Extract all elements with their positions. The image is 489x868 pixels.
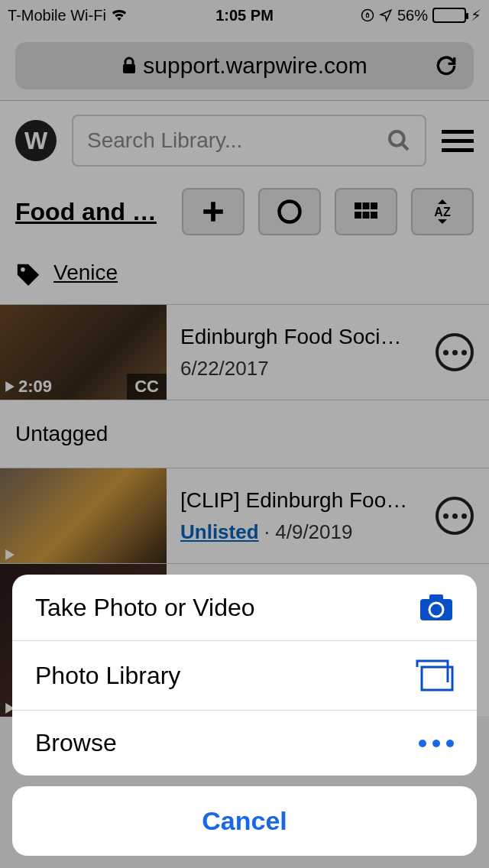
cancel-button[interactable]: Cancel xyxy=(12,786,477,856)
sheet-browse[interactable]: Browse xyxy=(12,711,477,776)
sheet-item-label: Take Photo or Video xyxy=(35,594,255,622)
svg-rect-21 xyxy=(429,594,443,601)
sheet-item-label: Photo Library xyxy=(35,662,180,690)
action-sheet: Take Photo or Video Photo Library Browse… xyxy=(12,575,477,856)
photo-library-icon xyxy=(416,659,454,691)
sheet-take-photo[interactable]: Take Photo or Video xyxy=(12,575,477,641)
ellipsis-icon xyxy=(419,740,454,747)
sheet-photo-library[interactable]: Photo Library xyxy=(12,641,477,711)
camera-icon xyxy=(419,593,454,622)
sheet-item-label: Browse xyxy=(35,729,117,757)
